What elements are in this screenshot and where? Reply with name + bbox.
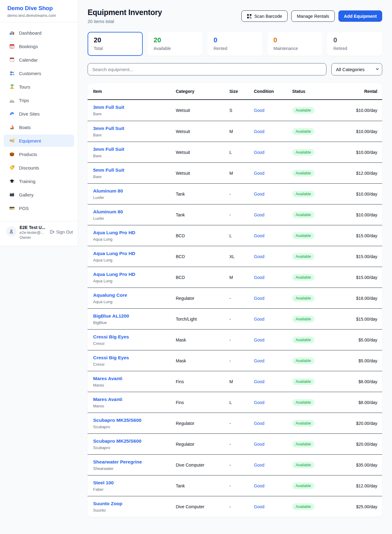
item-name-link[interactable]: Aluminum 80 xyxy=(93,188,176,194)
item-condition-link[interactable]: Good xyxy=(254,400,292,405)
status-badge: Available xyxy=(292,191,315,197)
item-condition-link[interactable]: Good xyxy=(254,212,292,217)
sidebar-item-equipment[interactable]: Equipment xyxy=(4,135,74,147)
category-filter-wrap: All Categories xyxy=(331,63,382,75)
sidebar-item-products[interactable]: Products xyxy=(4,148,74,160)
status-badge: Available xyxy=(292,420,315,427)
status-badge: Available xyxy=(292,128,315,135)
item-condition-link[interactable]: Good xyxy=(254,150,292,155)
item-condition-link[interactable]: Good xyxy=(254,358,292,363)
item-name-link[interactable]: Mares Avanti xyxy=(93,376,176,381)
sidebar-item-dashboard[interactable]: Dashboard xyxy=(4,27,74,39)
item-name-link[interactable]: Aluminum 80 xyxy=(93,209,176,215)
brand-name: Demo Dive Shop xyxy=(7,5,72,12)
sidebar-item-tours[interactable]: Tours xyxy=(4,81,74,93)
add-equipment-button[interactable]: Add Equipment xyxy=(338,10,382,22)
item-cell: 3mm Full SuitBare xyxy=(93,147,176,158)
item-condition-link[interactable]: Good xyxy=(254,421,292,426)
item-condition-link[interactable]: Good xyxy=(254,379,292,384)
item-name-link[interactable]: Cressi Big Eyes xyxy=(93,355,176,360)
item-condition-link[interactable]: Good xyxy=(254,463,292,467)
item-condition-link[interactable]: Good xyxy=(254,504,292,509)
item-name-link[interactable]: Aqua Lung Pro HD xyxy=(93,251,176,256)
stat-card-total[interactable]: 20Total xyxy=(88,32,143,56)
item-condition-link[interactable]: Good xyxy=(254,338,292,342)
avatar xyxy=(6,226,17,237)
sidebar-item-pos[interactable]: POS xyxy=(4,202,74,214)
status-cell: Available xyxy=(292,441,347,448)
item-name-link[interactable]: 3mm Full Suit xyxy=(93,105,176,110)
item-cell: Aqua Lung Pro HDAqua Lung xyxy=(93,251,176,262)
item-condition-link[interactable]: Good xyxy=(254,233,292,238)
status-badge: Available xyxy=(292,295,315,302)
sign-out-button[interactable]: Sign Out xyxy=(49,229,73,235)
item-condition-link[interactable]: Good xyxy=(254,108,292,113)
item-name-link[interactable]: 5mm Full Suit xyxy=(93,167,176,173)
sidebar-item-calendar[interactable]: Calendar xyxy=(4,54,74,66)
scan-barcode-button[interactable]: Scan Barcode xyxy=(241,10,288,22)
item-name-link[interactable]: Cressi Big Eyes xyxy=(93,334,176,340)
item-category: Torch/Light xyxy=(176,317,229,322)
tag-icon xyxy=(9,165,15,170)
item-name-link[interactable]: 3mm Full Suit xyxy=(93,126,176,131)
column-header-status: Status xyxy=(292,89,347,94)
table-row: Suunto ZoopSuuntoDive Computer-GoodAvail… xyxy=(88,496,382,517)
stat-value: 20 xyxy=(154,36,197,44)
sidebar-item-label: Tours xyxy=(19,84,30,90)
stat-card-available[interactable]: 20Available xyxy=(148,32,203,56)
search-input[interactable] xyxy=(88,63,326,75)
column-header-size: Size xyxy=(229,89,254,94)
stat-card-rented[interactable]: 0Rented xyxy=(207,32,262,56)
item-name-link[interactable]: Scubapro MK25/S600 xyxy=(93,438,176,444)
item-size: XL xyxy=(229,254,254,259)
item-name-link[interactable]: Scubapro MK25/S600 xyxy=(93,418,176,423)
stat-card-maintenance[interactable]: 0Maintenance xyxy=(267,32,322,56)
item-rental-rate: $20.00/day xyxy=(347,421,377,426)
item-condition-link[interactable]: Good xyxy=(254,129,292,134)
item-name-link[interactable]: Shearwater Peregrine xyxy=(93,459,176,465)
item-condition-link[interactable]: Good xyxy=(254,442,292,447)
add-equipment-label: Add Equipment xyxy=(344,14,377,19)
item-name-link[interactable]: Steel 100 xyxy=(93,480,176,486)
item-rental-rate: $10.00/day xyxy=(347,150,377,155)
user-name: E2E Test U... xyxy=(20,225,46,230)
item-brand: Bare xyxy=(93,112,176,116)
item-name-link[interactable]: Aqua Lung Pro HD xyxy=(93,230,176,235)
item-condition-link[interactable]: Good xyxy=(254,317,292,322)
item-condition-link[interactable]: Good xyxy=(254,192,292,196)
status-badge: Available xyxy=(292,357,315,364)
stat-card-retired[interactable]: 0Retired xyxy=(327,32,382,56)
category-filter-select[interactable]: All Categories xyxy=(331,63,382,75)
item-name-link[interactable]: Suunto Zoop xyxy=(93,501,176,506)
item-category: Tank xyxy=(176,192,229,196)
bar-chart-icon xyxy=(9,30,15,36)
item-name-link[interactable]: BigBlue AL1200 xyxy=(93,313,176,319)
sidebar-item-training[interactable]: Training xyxy=(4,175,74,187)
status-badge: Available xyxy=(292,399,315,406)
item-cell: BigBlue AL1200BigBlue xyxy=(93,313,176,325)
equipment-table: ItemCategorySizeConditionStatusRental 3m… xyxy=(88,83,382,517)
sidebar-item-gallery[interactable]: Gallery xyxy=(4,189,74,201)
item-condition-link[interactable]: Good xyxy=(254,275,292,280)
item-condition-link[interactable]: Good xyxy=(254,296,292,301)
sidebar-item-bookings[interactable]: Bookings xyxy=(4,40,74,52)
sidebar-item-boats[interactable]: Boats xyxy=(4,121,74,133)
status-cell: Available xyxy=(292,107,347,114)
item-size: M xyxy=(229,379,254,384)
item-name-link[interactable]: Mares Avanti xyxy=(93,397,176,402)
sidebar-item-label: Boats xyxy=(19,125,31,130)
item-name-link[interactable]: 3mm Full Suit xyxy=(93,147,176,152)
item-size: - xyxy=(229,442,254,447)
manage-rentals-button[interactable]: Manage Rentals xyxy=(291,10,335,22)
sidebar-item-discounts[interactable]: Discounts xyxy=(4,162,74,174)
sidebar-item-trips[interactable]: Trips xyxy=(4,94,74,106)
item-name-link[interactable]: Aqua Lung Pro HD xyxy=(93,272,176,277)
item-cell: Aqua Lung Pro HDAqua Lung xyxy=(93,272,176,283)
item-name-link[interactable]: Aqualung Core xyxy=(93,292,176,298)
item-condition-link[interactable]: Good xyxy=(254,483,292,488)
item-condition-link[interactable]: Good xyxy=(254,171,292,176)
item-rental-rate: $20.00/day xyxy=(347,442,377,447)
sidebar-item-dive-sites[interactable]: Dive Sites xyxy=(4,108,74,120)
sidebar-item-customers[interactable]: Customers xyxy=(4,67,74,79)
item-condition-link[interactable]: Good xyxy=(254,254,292,259)
